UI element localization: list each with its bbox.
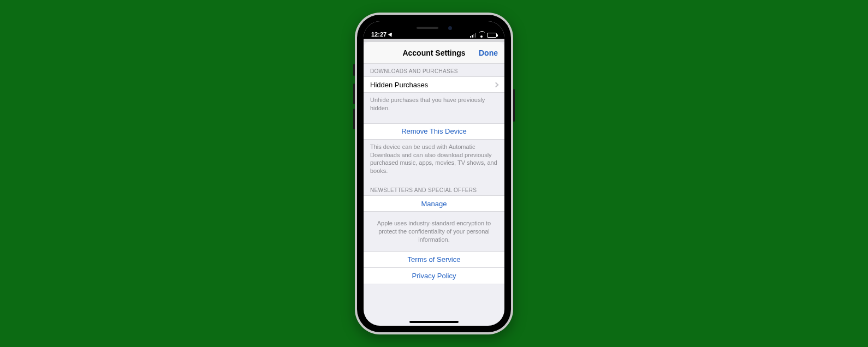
terms-label: Terms of Service [408, 255, 461, 264]
page-title: Account Settings [402, 49, 465, 57]
navigation-bar: Account Settings Done [364, 42, 504, 64]
front-camera [448, 26, 452, 30]
iphone-bezel: 12:27 Account Settings Done DOWNLOADS AN… [357, 15, 511, 332]
remove-this-device-button[interactable]: Remove This Device [364, 123, 504, 140]
status-time: 12:27 [371, 31, 387, 38]
notch [399, 21, 469, 34]
mute-switch[interactable] [353, 64, 355, 76]
done-button[interactable]: Done [479, 49, 498, 57]
group-header-downloads: DOWNLOADS AND PURCHASES [364, 64, 504, 76]
hidden-purchases-row[interactable]: Hidden Purchases [364, 76, 504, 93]
wifi-icon [478, 33, 485, 38]
encryption-notice: Apple uses industry-standard encryption … [364, 212, 504, 252]
volume-down-button[interactable] [353, 109, 355, 129]
terms-of-service-link[interactable]: Terms of Service [364, 252, 504, 268]
remove-device-footer: This device can be used with Automatic D… [364, 140, 504, 183]
cellular-icon [470, 33, 476, 38]
iphone-frame: 12:27 Account Settings Done DOWNLOADS AN… [355, 13, 513, 334]
manage-label: Manage [421, 200, 447, 208]
settings-content[interactable]: DOWNLOADS AND PURCHASES Hidden Purchases… [364, 64, 504, 284]
home-indicator[interactable] [409, 321, 459, 323]
side-button[interactable] [513, 89, 515, 122]
location-icon [388, 31, 394, 37]
earpiece [417, 27, 438, 29]
volume-up-button[interactable] [353, 83, 355, 104]
chevron-right-icon [494, 82, 499, 87]
battery-icon [487, 33, 497, 38]
privacy-policy-link[interactable]: Privacy Policy [364, 268, 504, 284]
hidden-purchases-footer: Unhide purchases that you have previousl… [364, 93, 504, 120]
privacy-label: Privacy Policy [412, 272, 456, 280]
hidden-purchases-label: Hidden Purchases [370, 81, 494, 89]
group-header-newsletters: NEWSLETTERS AND SPECIAL OFFERS [364, 183, 504, 195]
screen: 12:27 Account Settings Done DOWNLOADS AN… [364, 21, 504, 326]
manage-newsletters-button[interactable]: Manage [364, 195, 504, 212]
remove-this-device-label: Remove This Device [401, 127, 467, 135]
